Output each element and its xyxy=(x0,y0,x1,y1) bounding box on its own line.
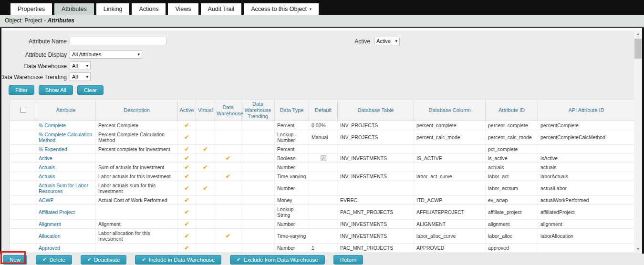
attribute-link[interactable]: Affiliated Project xyxy=(39,209,75,215)
cell-default xyxy=(309,205,338,220)
table-row: ACWPActual Cost of Work Performed✔MoneyE… xyxy=(10,196,635,205)
tab-actions[interactable]: Actions xyxy=(132,3,166,15)
check-icon: ✔ xyxy=(87,257,91,262)
cell-attribute: Active xyxy=(36,154,96,163)
filter-button-row: Filter Show All Clear xyxy=(9,85,104,95)
check-icon: ✔ xyxy=(184,185,189,192)
cell-active: ✔ xyxy=(178,163,196,172)
cell-api_attribute_id xyxy=(538,244,635,253)
tab-label: Properties xyxy=(18,6,45,12)
deactivate-button[interactable]: ✔Deactivate xyxy=(81,255,127,265)
new-button[interactable]: New xyxy=(3,255,27,265)
cell-attribute: % Complete xyxy=(36,121,96,130)
cell-attribute_id: alignment xyxy=(486,220,538,229)
dw-trending-select[interactable]: All ▾ xyxy=(70,72,91,81)
tab-label: Views xyxy=(175,6,191,12)
attribute-link[interactable]: Allocation xyxy=(39,233,61,239)
select-all-checkbox[interactable] xyxy=(20,107,26,113)
check-icon: ✔ xyxy=(184,164,189,171)
cell-api_attribute_id: isActive xyxy=(538,154,635,163)
attribute-link[interactable]: Active xyxy=(39,155,52,161)
button-label: Return xyxy=(340,257,357,263)
attribute-display-select[interactable]: All Attributes ▾ xyxy=(70,50,142,59)
cell-attribute_id: ev_acwp xyxy=(486,196,538,205)
cell-api_attribute_id: actualLabor xyxy=(538,181,635,196)
cell-db_table: INV_INVESTMENTS xyxy=(338,229,414,244)
cell-active: ✔ xyxy=(178,154,196,163)
vertical-scrollbar[interactable]: ▲ ▼ xyxy=(634,31,642,254)
dw-trending-label: Data Warehouse Trending xyxy=(0,74,67,81)
check-icon: ✔ xyxy=(184,209,189,215)
attribute-link[interactable]: Actuals Sum for Labor Resources xyxy=(39,183,88,194)
scroll-down-icon[interactable]: ▼ xyxy=(634,245,642,253)
attribute-link[interactable]: Actuals xyxy=(39,173,55,179)
attribute-link[interactable]: % Complete xyxy=(39,122,66,128)
cell-db_table: INV_INVESTMENTS xyxy=(338,172,414,181)
cell-_cb xyxy=(10,130,36,145)
attribute-link[interactable]: % Complete Calculation Method xyxy=(39,132,92,143)
scrollbar-thumb[interactable] xyxy=(634,39,642,59)
return-button[interactable]: Return xyxy=(333,255,364,265)
attribute-link[interactable]: Approved xyxy=(39,245,60,251)
cell-dw_trending xyxy=(241,205,275,220)
column-header-active: Active xyxy=(178,100,196,121)
data-warehouse-select[interactable]: All ▾ xyxy=(70,61,91,70)
active-filter-select[interactable]: Active ▾ xyxy=(374,37,400,45)
cell-db_table: PAC_MNT_PROJECTS xyxy=(338,205,414,220)
include-in-data-warehouse-button[interactable]: ✔Include in Data Warehouse xyxy=(135,255,221,265)
cell-db_table: EVREC xyxy=(338,196,414,205)
cell-_cb xyxy=(10,121,36,130)
attribute-display-label: Attribute Display xyxy=(0,51,67,58)
tab-access-to-this-object[interactable]: Access to this Object▾ xyxy=(244,3,319,15)
cell-db_table xyxy=(338,181,414,196)
cell-db_column: IS_ACTIVE xyxy=(414,154,486,163)
tab-attributes[interactable]: Attributes xyxy=(54,3,94,15)
check-icon: ✔ xyxy=(184,233,189,239)
cell-db_table xyxy=(338,145,414,154)
cell-virtual xyxy=(196,229,215,244)
cell-api_attribute_id: laborAllocation xyxy=(538,229,635,244)
button-label: Include in Data Warehouse xyxy=(149,257,215,263)
attribute-link[interactable]: Actuals xyxy=(39,164,55,170)
cell-dw_trending xyxy=(241,154,275,163)
cell-attribute: Approved xyxy=(36,244,96,253)
tab-audit-trail[interactable]: Audit Trail xyxy=(201,3,242,15)
cell-data_type: Number xyxy=(275,163,309,172)
cell-_cb xyxy=(10,205,36,220)
check-icon: ✔ xyxy=(184,221,189,227)
exclude-from-data-warehouse-button[interactable]: ✔Exclude from Data Warehouse xyxy=(230,255,325,265)
cell-_cb xyxy=(10,163,36,172)
cell-db_column: percent_complete xyxy=(414,121,486,130)
tab-properties[interactable]: Properties xyxy=(10,3,52,15)
clear-button[interactable]: Clear xyxy=(77,85,104,95)
cell-db_table: PAC_MNT_PROJECTS xyxy=(338,244,414,253)
column-header-dw_trending: Data Warehouse Trending xyxy=(241,100,275,121)
cell-dw_trending xyxy=(241,244,275,253)
cell-db_column: labor_act_curve xyxy=(414,172,486,181)
cell-active: ✔ xyxy=(178,181,196,196)
table-row: % Complete Calculation MethodPercent Com… xyxy=(10,130,635,145)
cell-db_column xyxy=(414,145,486,154)
scroll-up-icon[interactable]: ▲ xyxy=(634,31,642,38)
cell-db_column: ITD_ACWP xyxy=(414,196,486,205)
window-edge-right xyxy=(642,28,644,254)
attribute-link[interactable]: ACWP xyxy=(39,197,54,203)
show-all-button[interactable]: Show All xyxy=(39,85,73,95)
attribute-link[interactable]: % Expended xyxy=(39,146,67,152)
attribute-link[interactable]: Alignment xyxy=(39,221,61,227)
object-bar-text: Object: Project - Attributes xyxy=(5,17,74,24)
cell-_cb xyxy=(10,244,36,253)
cell-description: Labor allocation for this Investment xyxy=(96,229,178,244)
cell-attribute: Affiliated Project xyxy=(36,205,96,220)
delete-button[interactable]: ✔Delete xyxy=(36,255,72,265)
cell-dw_trending xyxy=(241,172,275,181)
attribute-name-input[interactable] xyxy=(70,37,167,45)
column-header-db_table: Database Table xyxy=(338,100,414,121)
tab-linking[interactable]: Linking xyxy=(96,3,130,15)
cell-data_type: Number xyxy=(275,181,309,196)
cell-db_column: percent_calc_mode xyxy=(414,130,486,145)
tab-bar: PropertiesAttributesLinkingActionsViewsA… xyxy=(0,0,644,15)
tab-views[interactable]: Views xyxy=(168,3,198,15)
cell-_cb xyxy=(10,220,36,229)
filter-button[interactable]: Filter xyxy=(9,85,34,95)
